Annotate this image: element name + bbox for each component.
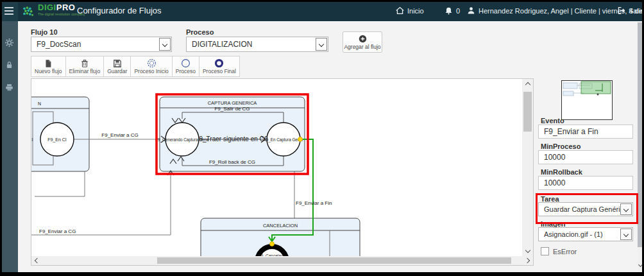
cancelacion-header: CANCELACION: [263, 223, 298, 229]
digipro-fish-icon: [21, 4, 35, 17]
printer-icon: [4, 83, 14, 92]
evento-input[interactable]: [538, 125, 633, 139]
tarea-select-value: Guardar Captura Genérica: [544, 205, 627, 213]
new-file-icon: [44, 59, 53, 68]
guardar-button[interactable]: Guardar: [104, 56, 131, 76]
proceso-final-label: Proceso Final: [203, 68, 236, 74]
plus-circle-icon: [359, 35, 367, 43]
minrollback-label: MinRollback: [541, 168, 582, 176]
scroll-up-arrow[interactable]: [522, 80, 533, 89]
save-icon: [113, 59, 122, 68]
scroll-left-arrow[interactable]: [33, 256, 42, 265]
canvas-vscroll-thumb[interactable]: [523, 92, 532, 132]
tarea-select[interactable]: Guardar Captura Genérica: [538, 202, 633, 216]
flujo-label: Flujo 10: [31, 28, 58, 36]
minproceso-input[interactable]: [538, 150, 633, 164]
canvas-vscrollbar[interactable]: [522, 79, 533, 256]
gear-icon: [4, 38, 14, 47]
end-process-icon: [214, 58, 224, 68]
imagen-select[interactable]: Asignacion.gif - (1): [538, 227, 633, 241]
proceso-button[interactable]: Proceso: [173, 56, 199, 76]
left-box-header: N: [38, 101, 41, 106]
hamburger-icon: [4, 7, 13, 15]
bell-icon: [445, 6, 453, 15]
scroll-down-arrow[interactable]: [522, 246, 533, 255]
minimap[interactable]: [561, 80, 613, 120]
eliminar-flujo-label: Eliminar flujo: [69, 68, 101, 74]
flow-diagram: N F9_Enviar a CG F9_En CI CI C: [31, 79, 522, 256]
lock-icon: [5, 60, 13, 69]
start-process-icon: [147, 58, 157, 68]
sidebar-item-scanner[interactable]: [0, 78, 18, 97]
tarea-select-arrow[interactable]: [620, 203, 632, 215]
sidebar-item-settings[interactable]: [0, 33, 18, 52]
notification-count-badge: 0: [456, 7, 460, 15]
agregar-al-flujo-button[interactable]: Agregar al flujo: [343, 31, 382, 53]
state-f9-en-ci[interactable]: F9_En CI: [40, 123, 74, 156]
flow-toolbar: Nuevo flujo Eliminar flujo Guardar: [31, 56, 240, 77]
home-icon: [396, 6, 404, 15]
state-generando-captura-label: F9_Generando Captura Gene: [155, 137, 209, 142]
flujo-select[interactable]: F9_DocScan: [31, 37, 172, 52]
nav-inicio[interactable]: Inicio: [396, 0, 424, 21]
proceso-select-value: DIGITALIZACION: [192, 40, 252, 49]
edge-enviar-cg-label: F9_Enviar a CG: [101, 132, 138, 138]
minproceso-label: MinProceso: [541, 142, 580, 150]
sidebar-toggle-button[interactable]: [0, 0, 18, 21]
sidebar-item-security[interactable]: [0, 55, 18, 74]
partial-label: CI: [31, 137, 33, 142]
scroll-right-arrow[interactable]: [523, 256, 532, 265]
trash-icon: [80, 59, 89, 68]
nuevo-flujo-button[interactable]: Nuevo flujo: [31, 56, 66, 76]
captura-generica-header: CAPTURA GENERICA: [208, 100, 257, 106]
nav-salir[interactable]: Salir: [617, 0, 644, 21]
eserror-label: EsError: [553, 248, 577, 255]
eserror-checkbox[interactable]: [541, 247, 549, 255]
chevron-down-icon: [623, 207, 629, 212]
top-navbar: DIGIPRO The digital revolution company C…: [0, 0, 644, 21]
canvas-hscroll-thumb[interactable]: [157, 257, 511, 264]
guardar-label: Guardar: [107, 68, 127, 74]
eliminar-flujo-button[interactable]: Eliminar flujo: [66, 56, 105, 76]
agregar-al-flujo-label: Agregar al flujo: [344, 44, 380, 50]
process-icon: [181, 58, 191, 68]
proceso-final-button[interactable]: Proceso Final: [199, 56, 239, 76]
proceso-label: Proceso: [176, 68, 196, 74]
edge-salir-cg-label: F9_Salir de CG: [214, 106, 250, 112]
edge-endpoint-node[interactable]: [270, 242, 275, 246]
state-f9-cancelado[interactable]: F9_Cancelado: [257, 246, 287, 256]
nav-notifications[interactable]: 0: [445, 0, 460, 21]
page-title: Configurador de Flujos: [77, 0, 162, 21]
logout-icon: [617, 6, 625, 15]
state-f9-en-ci-label: F9_En CI: [47, 137, 67, 142]
nav-salir-label: Salir: [629, 7, 643, 15]
flujo-select-arrow[interactable]: [159, 38, 171, 51]
imagen-select-arrow[interactable]: [620, 229, 632, 240]
page-vscroll-thumb[interactable]: [638, 22, 643, 247]
proceso-select-arrow[interactable]: [316, 38, 327, 51]
user-icon: [467, 6, 475, 15]
proceso-inicio-label: Proceso Inicio: [134, 68, 168, 74]
proceso-select[interactable]: DIGITALIZACION: [186, 37, 328, 52]
page-scroll-down-arrow[interactable]: [638, 261, 643, 268]
chevron-down-icon: [319, 42, 324, 47]
state-en-captura-generica-label: F9_En Captura Gener: [264, 137, 303, 142]
nuevo-flujo-label: Nuevo flujo: [35, 68, 62, 74]
brand-logo: DIGIPRO The digital revolution company: [21, 0, 85, 21]
edge-endpoint-node[interactable]: [298, 137, 303, 142]
minimap-sketch: [562, 81, 611, 119]
proceso-inicio-button[interactable]: Proceso Inicio: [131, 56, 172, 76]
proceso-label: Proceso: [186, 28, 214, 36]
left-sidebar: [0, 21, 18, 276]
nav-inicio-label: Inicio: [407, 7, 424, 15]
edge-rollback-label: F9_Roll back de CG: [209, 159, 255, 165]
imagen-select-value: Asignacion.gif - (1): [544, 230, 603, 238]
canvas-hscrollbar[interactable]: [31, 256, 533, 265]
app-root: DIGIPRO The digital revolution company C…: [0, 0, 644, 276]
flujo-select-value: F9_DocScan: [37, 40, 81, 49]
evento-label: Evento: [541, 117, 564, 125]
chevron-down-icon: [623, 232, 629, 237]
minrollback-input[interactable]: [538, 176, 633, 190]
page-vscrollbar[interactable]: [638, 21, 643, 273]
flow-canvas[interactable]: N F9_Enviar a CG F9_En CI CI C: [31, 78, 534, 266]
